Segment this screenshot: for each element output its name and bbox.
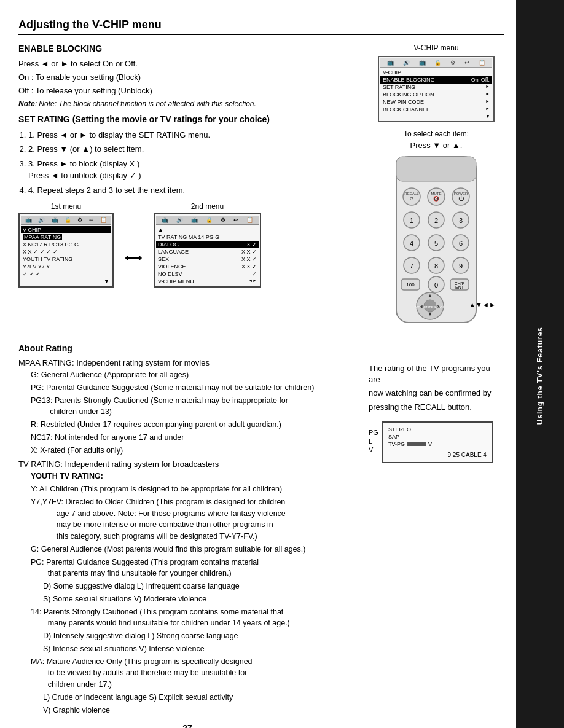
svg-rect-1: [396, 157, 476, 181]
menus-comparison: 1st menu 📺 🔊 📺 🔒 ⚙ ↩ 📋: [18, 202, 356, 288]
sidebar-label: Using the TV's Features: [536, 327, 544, 425]
mpaa-title: MPAA RATING: Independent rating system f…: [18, 358, 356, 367]
page-number: 27: [18, 723, 356, 728]
right-sidebar: Using the TV's Features: [516, 0, 564, 728]
pg-label: PG: [369, 429, 378, 436]
svg-text:⏻: ⏻: [458, 195, 464, 202]
mpaa-g: G: General Audience (Appropriate for all…: [18, 369, 356, 381]
svg-text:ENT: ENT: [455, 285, 464, 289]
second-menu-top: 📺 🔊 📺 🔒 ⚙ ↩ 📋: [156, 216, 259, 225]
vchip-enable-blocking: ENABLE BLOCKINGOnOff.: [380, 76, 492, 84]
tv-display-box: STEREO SAP TV-PG V 9 25 CABLE 4: [382, 421, 493, 463]
first-menu-mpaa: MPAA RATING: [21, 233, 111, 241]
recall-line2: now watching can be confirmed by: [369, 388, 504, 399]
svg-text:▲: ▲: [428, 292, 433, 299]
second-menu-wrapper: 2nd menu 📺 🔊 📺 🔒 ⚙ ↩ 📋: [154, 202, 261, 288]
vchip-menu-label: V-CHIP menu: [378, 44, 495, 52]
pg-labels: PG L V: [369, 429, 378, 453]
first-menu-youth-checks: ✓ ✓ ✓: [21, 270, 111, 278]
about-rating-title: About Rating: [18, 343, 504, 353]
vchip-menu-box: 📺 🔊 📺 🔒 ⚙ ↩ 📋 V-CHIP ENABLE BLO: [378, 56, 495, 122]
recall-line3: pressing the RECALL button.: [369, 402, 504, 413]
second-menu-vchipmenu: V-CHIP MENU◄►: [156, 278, 259, 285]
vchip-set-rating: SET RATING►: [380, 84, 492, 91]
mpaa-r: R: Restricted (Under 17 requires accompa…: [18, 419, 356, 431]
set-rating-step1: 1. Press ◄ or ► to display the SET RATIN…: [28, 129, 356, 141]
mpaa-pg13: PG13: Parents Strongly Cautioned (Some m…: [18, 395, 356, 418]
set-rating-list: 1. Press ◄ or ► to display the SET RATIN…: [18, 129, 356, 197]
top-right: V-CHIP menu 📺 🔊 📺 🔒 ⚙ ↩ 📋 V-CHIP: [369, 44, 504, 334]
second-menu-label: 2nd menu: [191, 202, 224, 211]
sap-label: SAP: [388, 434, 487, 440]
youth-pg-s: S) Some sexual situations V) Moderate vi…: [18, 593, 356, 605]
svg-text:4: 4: [410, 240, 413, 247]
first-menu-youth: YOUTH TV RATING: [21, 256, 111, 263]
svg-text:9: 9: [459, 262, 463, 270]
mpaa-pg: PG: Parental Guidance Suggested (Some ma…: [18, 382, 356, 394]
svg-text:▲▼◄►: ▲▼◄►: [469, 301, 495, 308]
recall-line1: The rating of the TV programs you are: [369, 363, 504, 385]
second-menu-dialog: DIALOGX ✓: [156, 241, 259, 248]
youth-ma-v: V) Graphic violence: [18, 705, 356, 716]
first-menu-wrapper: 1st menu 📺 🔊 📺 🔒 ⚙ ↩ 📋: [18, 202, 114, 288]
vchip-blocking-option: BLOCKING OPTION►: [380, 91, 492, 98]
bottom-left: MPAA RATING: Independent rating system f…: [18, 358, 356, 728]
first-menu-top: 📺 🔊 📺 🔒 ⚙ ↩ 📋: [21, 216, 111, 225]
youth-14-d: D) Intensely suggestive dialog L) Strong…: [18, 630, 356, 642]
vchip-scroll: ▼: [380, 113, 492, 120]
stereo-label: STEREO: [388, 426, 487, 432]
youth-14-s: S) Intense sexual situations V) Intense …: [18, 643, 356, 655]
first-menu-box: 📺 🔊 📺 🔒 ⚙ ↩ 📋 V-CHIP: [18, 213, 114, 288]
about-rating-section: About Rating MPAA RATING: Independent ra…: [18, 343, 504, 728]
youth-g: G: General Audience (Most parents would …: [18, 544, 356, 555]
svg-text:G: G: [410, 196, 413, 202]
arrow-between-menus: ⟷: [120, 250, 147, 265]
youth-pg: PG: Parental Guidance Suggested (This pr…: [18, 557, 356, 580]
svg-text:100: 100: [406, 282, 415, 288]
svg-text:1: 1: [410, 217, 413, 224]
set-rating-step4: 4. Repeat steps 2 and 3 to set the next …: [28, 184, 356, 197]
vchip-menu-container: V-CHIP menu 📺 🔊 📺 🔒 ⚙ ↩ 📋 V-CHIP: [378, 44, 495, 122]
set-rating-step2: 2. Press ▼ (or ▲) to select item.: [28, 143, 356, 155]
first-menu-label: 1st menu: [51, 202, 81, 211]
set-rating-step3a: 3. Press ► to block (display X ) Press ◄…: [28, 158, 356, 182]
first-menu-section: V-CHIP: [21, 226, 111, 233]
svg-text:3: 3: [459, 217, 463, 224]
second-menu-violence: VIOLENCEX X ✓: [156, 263, 259, 270]
second-menu-nodlsv: NO DLSV✓: [156, 270, 259, 278]
l-label: L: [369, 437, 378, 445]
enable-blocking-title: ENABLE BLOCKING: [18, 44, 356, 53]
svg-text:VOL ENTER VOL: VOL ENTER VOL: [415, 305, 445, 309]
enable-blocking-line3: Off : To release your setting (Unblock): [18, 85, 356, 96]
youth-pg-d: D) Some suggestive dialog L) Infrequent …: [18, 581, 356, 592]
tv-bar: [407, 442, 426, 446]
vchip-label: V-CHIP: [380, 69, 492, 76]
youth-ma: MA: Mature Audience Only (This program i…: [18, 656, 356, 691]
vchip-new-pin: NEW PIN CODE►: [380, 98, 492, 106]
tv-title: TV RATING: Independent rating system for…: [18, 460, 356, 469]
youth-y7: Y7,Y7FV: Directed to Older Children (Thi…: [18, 496, 356, 542]
svg-text:0: 0: [434, 281, 438, 289]
select-each-item: To select each item:: [404, 130, 469, 138]
enable-blocking-line1: Press ◄ or ► to select On or Off.: [18, 58, 356, 69]
page-container: Adjusting the V-CHIP menu ENABLE BLOCKIN…: [0, 0, 564, 728]
first-menu-ratings-row1: X NC17 R PG13 PG G: [21, 241, 111, 248]
youth-tv-title: YOUTH TV RATING:: [18, 471, 356, 482]
tv-pg-label: TV-PG: [388, 441, 405, 447]
top-left: ENABLE BLOCKING Press ◄ or ► to select O…: [18, 44, 356, 334]
top-section: ENABLE BLOCKING Press ◄ or ► to select O…: [18, 44, 504, 334]
enable-blocking-line2: On : To enable your setting (Block): [18, 72, 356, 83]
mpaa-nc17: NC17: Not intended for anyone 17 and und…: [18, 432, 356, 444]
second-menu-box: 📺 🔊 📺 🔒 ⚙ ↩ 📋 ▲: [154, 213, 261, 288]
set-rating-title: SET RATING (Setting the movie or TV rati…: [18, 114, 356, 124]
tv-display-bottom: 9 25 CABLE 4: [388, 450, 487, 458]
mpaa-x: X: X-rated (For adults only): [18, 445, 356, 456]
svg-text:5: 5: [434, 240, 438, 247]
main-content: Adjusting the V-CHIP menu ENABLE BLOCKIN…: [0, 0, 516, 728]
svg-text:MUTE: MUTE: [431, 192, 442, 195]
press-direction: Press ▼ or ▲.: [410, 141, 463, 150]
first-menu-scroll: ▼: [21, 278, 111, 285]
youth-y: Y: All Children (This program is designe…: [18, 483, 356, 495]
second-menu-sex: SEXX X ✓: [156, 256, 259, 263]
svg-text:▼: ▼: [428, 311, 433, 317]
